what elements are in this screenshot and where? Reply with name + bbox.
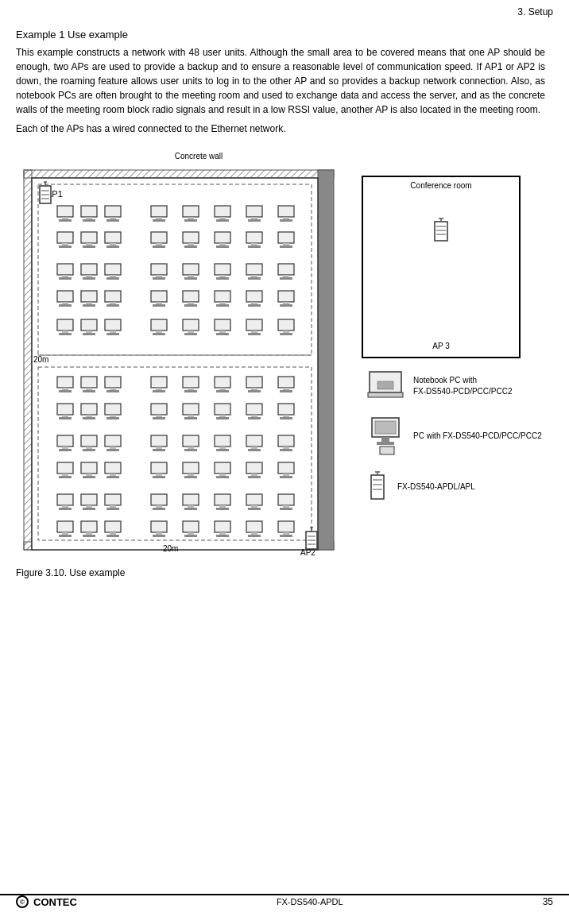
svg-rect-4 [318, 170, 334, 550]
svg-rect-190 [62, 447, 68, 449]
svg-rect-106 [188, 302, 194, 304]
svg-rect-270 [151, 521, 167, 532]
svg-rect-218 [83, 476, 95, 478]
ap3-device [430, 217, 452, 248]
svg-rect-197 [106, 449, 119, 451]
svg-rect-141 [57, 377, 73, 388]
svg-rect-244 [110, 505, 116, 508]
svg-rect-234 [278, 462, 294, 474]
svg-rect-198 [151, 435, 167, 447]
svg-rect-183 [246, 404, 262, 415]
svg-rect-188 [280, 417, 292, 419]
svg-rect-279 [246, 521, 262, 532]
svg-rect-1 [24, 170, 334, 178]
svg-rect-251 [184, 508, 197, 510]
svg-rect-152 [153, 390, 165, 392]
svg-rect-44 [280, 219, 292, 222]
svg-rect-212 [280, 449, 292, 451]
svg-rect-72 [81, 264, 97, 275]
svg-rect-34 [188, 217, 194, 219]
svg-rect-37 [219, 217, 226, 219]
svg-rect-206 [216, 449, 229, 451]
svg-rect-79 [156, 275, 162, 277]
svg-rect-178 [188, 415, 194, 417]
svg-rect-118 [62, 331, 68, 333]
svg-rect-66 [278, 232, 294, 243]
svg-rect-117 [57, 319, 73, 331]
svg-rect-179 [184, 417, 197, 419]
svg-rect-266 [83, 535, 95, 537]
svg-rect-187 [283, 415, 289, 417]
svg-rect-296 [381, 437, 389, 442]
footer-logo: © CONTEC [16, 895, 77, 908]
svg-rect-200 [153, 449, 165, 451]
svg-rect-101 [106, 304, 119, 307]
footer-logo-text: CONTEC [33, 896, 77, 908]
svg-rect-107 [184, 304, 197, 307]
svg-rect-162 [278, 377, 294, 388]
svg-rect-217 [86, 474, 92, 476]
svg-rect-71 [59, 277, 72, 280]
svg-rect-144 [81, 377, 97, 388]
svg-rect-221 [106, 476, 119, 478]
svg-rect-27 [105, 206, 121, 217]
svg-rect-263 [59, 535, 72, 537]
svg-rect-3 [24, 170, 32, 550]
svg-rect-77 [106, 277, 119, 280]
svg-rect-174 [151, 404, 167, 415]
svg-rect-223 [156, 474, 162, 476]
svg-rect-104 [153, 304, 165, 307]
svg-rect-119 [59, 333, 72, 335]
svg-rect-184 [251, 415, 257, 417]
body-paragraph-1: This example constructs a network with 4… [16, 45, 545, 117]
svg-rect-50 [83, 245, 95, 248]
svg-rect-239 [59, 508, 72, 510]
svg-rect-122 [83, 333, 95, 335]
right-panel: Conference room AP 3 [362, 152, 542, 559]
svg-rect-102 [151, 291, 167, 302]
svg-rect-237 [57, 494, 73, 505]
svg-rect-5 [32, 178, 318, 550]
svg-rect-231 [246, 462, 262, 474]
svg-rect-132 [215, 319, 230, 331]
svg-rect-260 [280, 508, 292, 510]
svg-rect-64 [251, 243, 257, 245]
svg-rect-161 [248, 390, 261, 392]
svg-rect-242 [83, 508, 95, 510]
svg-rect-160 [251, 388, 257, 390]
page-header: 3. Setup [0, 0, 569, 21]
svg-rect-59 [184, 245, 197, 248]
device-legend: Notebook PC withFX-DS540-PCD/PCC/PCC2 [362, 370, 542, 504]
figure-caption: Figure 3.10. Use example [16, 567, 545, 578]
svg-rect-128 [153, 333, 165, 335]
svg-rect-230 [216, 476, 229, 478]
svg-rect-134 [216, 333, 229, 335]
svg-rect-111 [246, 291, 262, 302]
label-20m-bottom: 20m [163, 544, 178, 553]
svg-rect-80 [153, 277, 165, 280]
svg-rect-148 [110, 388, 116, 390]
svg-rect-108 [215, 291, 230, 302]
svg-rect-74 [83, 277, 95, 280]
svg-rect-241 [86, 505, 92, 508]
svg-rect-23 [59, 219, 72, 222]
svg-rect-220 [110, 474, 116, 476]
svg-rect-42 [278, 206, 294, 217]
contec-logo-circle: © [16, 895, 29, 908]
svg-rect-233 [248, 476, 261, 478]
svg-rect-60 [215, 232, 230, 243]
svg-rect-121 [86, 331, 92, 333]
svg-rect-88 [251, 275, 257, 277]
svg-rect-222 [151, 462, 167, 474]
diagram-area: Concrete wall [16, 152, 545, 559]
svg-rect-35 [184, 219, 197, 222]
svg-rect-166 [62, 415, 68, 417]
svg-rect-46 [62, 243, 68, 245]
svg-rect-269 [106, 535, 119, 537]
page-footer: © CONTEC FX-DS540-APDL 35 [0, 894, 569, 908]
main-content: Example 1 Use example This example const… [0, 21, 569, 602]
svg-rect-295 [375, 421, 396, 434]
body-paragraph-2: Each of the APs has a wired connected to… [16, 122, 545, 136]
svg-rect-135 [246, 319, 262, 331]
svg-rect-94 [62, 302, 68, 304]
